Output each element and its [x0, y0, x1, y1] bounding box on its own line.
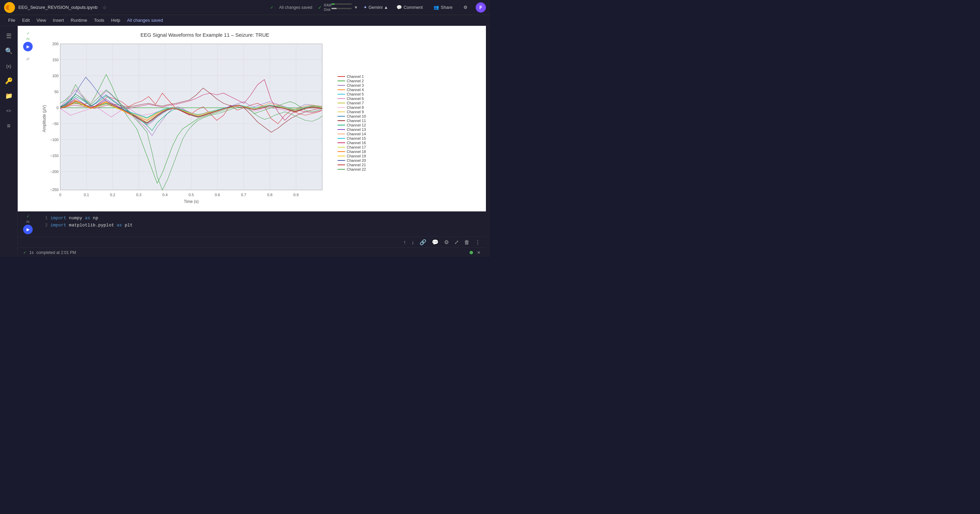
gear-icon: ⚙	[463, 5, 468, 10]
statusbar: ✓ 1s completed at 2:01 PM ✕	[18, 247, 486, 257]
status-completed: completed at 2:01 PM	[37, 250, 76, 255]
menu-edit[interactable]: Edit	[19, 17, 32, 24]
svg-text:0.6: 0.6	[215, 193, 220, 197]
ram-disk-section: ✓ RAM Disk ▼	[318, 3, 358, 11]
gemini-chevron: ▲	[384, 5, 388, 10]
comment-icon: 💬	[396, 5, 402, 10]
ram-label: RAM	[324, 3, 331, 7]
topbar: EEG_Seizure_REVISION_outputs.ipynb ☆ ✓ A…	[0, 0, 490, 15]
arrow-up-icon[interactable]: ↑	[402, 239, 407, 246]
svg-text:0.7: 0.7	[241, 193, 246, 197]
checkmark-saved: ✓	[270, 5, 274, 10]
svg-text:Time (s): Time (s)	[184, 199, 199, 204]
svg-text:0.3: 0.3	[136, 193, 141, 197]
arrow-down-icon[interactable]: ↓	[410, 239, 415, 246]
all-changes-saved: All changes saved	[279, 5, 312, 10]
colab-logo	[4, 2, 15, 13]
legend-item: Channel 20	[337, 159, 368, 162]
menu-tools[interactable]: Tools	[91, 17, 107, 24]
cells-container: ✓ 2s ▶ ⇄ EEG Signal Waveforms for Exampl…	[18, 26, 486, 236]
legend-item: Channel 7	[337, 101, 368, 105]
svg-text:−150: −150	[50, 154, 59, 158]
legend-item: Channel 8	[337, 105, 368, 109]
settings-button[interactable]: ⚙	[461, 3, 470, 11]
legend-item: Channel 6	[337, 97, 368, 101]
legend-item: Channel 16	[337, 141, 368, 145]
close-icon[interactable]: ✕	[477, 250, 480, 255]
svg-text:0.5: 0.5	[189, 193, 194, 197]
settings-cell-icon[interactable]: ⚙	[443, 238, 450, 246]
legend-item: Channel 1	[337, 75, 368, 79]
svg-text:50: 50	[54, 90, 59, 94]
svg-text:100: 100	[52, 74, 59, 78]
svg-text:0.1: 0.1	[84, 193, 89, 197]
sidebar-secrets-icon[interactable]: 🔑	[3, 75, 15, 87]
right-scrollbar[interactable]	[486, 26, 490, 257]
link-icon[interactable]: 🔗	[418, 238, 428, 246]
cell-exec-time: 2s	[26, 37, 30, 40]
chart-legend: Channel 1Channel 2Channel 3Channel 4Chan…	[337, 40, 368, 205]
code-line-2: 2 import matplotlib.pyplot as plt	[42, 222, 482, 229]
code-cell-check: ✓	[27, 214, 30, 219]
chart-plot: 200 150 100 50 0 −50 −100 −150 −200	[41, 40, 334, 205]
user-avatar[interactable]: F	[476, 2, 486, 13]
status-time: 1s	[29, 250, 34, 255]
svg-text:Amplitude (μV): Amplitude (μV)	[42, 105, 47, 132]
svg-text:0.8: 0.8	[267, 193, 272, 197]
share-button[interactable]: 👥 Share	[431, 3, 455, 11]
cell-run-button[interactable]: ▶	[23, 42, 33, 51]
cell-extra-icon[interactable]: ⇄	[22, 53, 34, 65]
expand-icon[interactable]: ⤢	[453, 238, 460, 246]
legend-item: Channel 13	[337, 127, 368, 132]
svg-text:0.9: 0.9	[293, 193, 298, 197]
sidebar-terminal-icon[interactable]: ≡	[3, 120, 15, 132]
svg-text:−50: −50	[52, 122, 59, 126]
legend-item: Channel 2	[337, 79, 368, 83]
disk-label: Disk	[324, 8, 331, 11]
gemini-star-icon: ✦	[363, 5, 367, 10]
svg-text:0.2: 0.2	[110, 193, 115, 197]
legend-item: Channel 15	[337, 136, 368, 140]
comment-button[interactable]: 💬 Comment	[394, 3, 425, 11]
code-content[interactable]: 1 import numpy as np 2 import matplotlib…	[38, 211, 486, 236]
legend-item: Channel 19	[337, 154, 368, 158]
sidebar-code-icon[interactable]: <>	[3, 105, 15, 117]
sidebar-files-icon[interactable]: 📁	[3, 90, 15, 102]
svg-text:−100: −100	[50, 138, 59, 142]
legend-item: Channel 22	[337, 167, 368, 171]
legend-item: Channel 21	[337, 163, 368, 167]
sidebar-menu-icon[interactable]: ☰	[3, 30, 15, 42]
more-icon[interactable]: ⋮	[474, 238, 482, 246]
code-cell-run-button[interactable]: ▶	[23, 225, 33, 234]
legend-item: Channel 9	[337, 110, 368, 114]
menu-runtime[interactable]: Runtime	[68, 17, 90, 24]
ram-disk-expand[interactable]: ▼	[354, 5, 358, 10]
star-icon[interactable]: ☆	[102, 5, 107, 10]
menu-file[interactable]: File	[5, 17, 18, 24]
chart-output-cell: ✓ 2s ▶ ⇄ EEG Signal Waveforms for Exampl…	[18, 26, 486, 211]
menu-help[interactable]: Help	[108, 17, 123, 24]
comment-cell-icon[interactable]: 💬	[430, 238, 440, 246]
sidebar-search-icon[interactable]: 🔍	[3, 45, 15, 57]
legend-item: Channel 4	[337, 88, 368, 92]
legend-item: Channel 18	[337, 149, 368, 154]
share-icon: 👥	[434, 5, 439, 10]
svg-text:−200: −200	[50, 170, 59, 174]
legend-item: Channel 12	[337, 123, 368, 127]
legend-item: Channel 5	[337, 92, 368, 96]
legend-item: Channel 17	[337, 145, 368, 149]
menu-view[interactable]: View	[34, 17, 49, 24]
legend-item: Channel 3	[337, 83, 368, 87]
sidebar-variables-icon[interactable]: {x}	[3, 60, 15, 72]
gemini-button[interactable]: ✦ Gemini ▲	[363, 5, 388, 10]
legend-item: Channel 10	[337, 114, 368, 118]
status-connected-dot	[469, 251, 473, 254]
share-label: Share	[441, 5, 453, 10]
chart-container: EEG Signal Waveforms for Example 11 – Se…	[38, 29, 372, 208]
cell-bottom-toolbar: ↑ ↓ 🔗 💬 ⚙ ⤢ 🗑 ⋮	[18, 236, 486, 247]
menubar: File Edit View Insert Runtime Tools Help…	[0, 15, 490, 26]
svg-point-2	[8, 5, 13, 10]
menu-insert[interactable]: Insert	[50, 17, 67, 24]
file-name: EEG_Seizure_REVISION_outputs.ipynb	[18, 5, 98, 10]
trash-icon[interactable]: 🗑	[463, 239, 471, 246]
